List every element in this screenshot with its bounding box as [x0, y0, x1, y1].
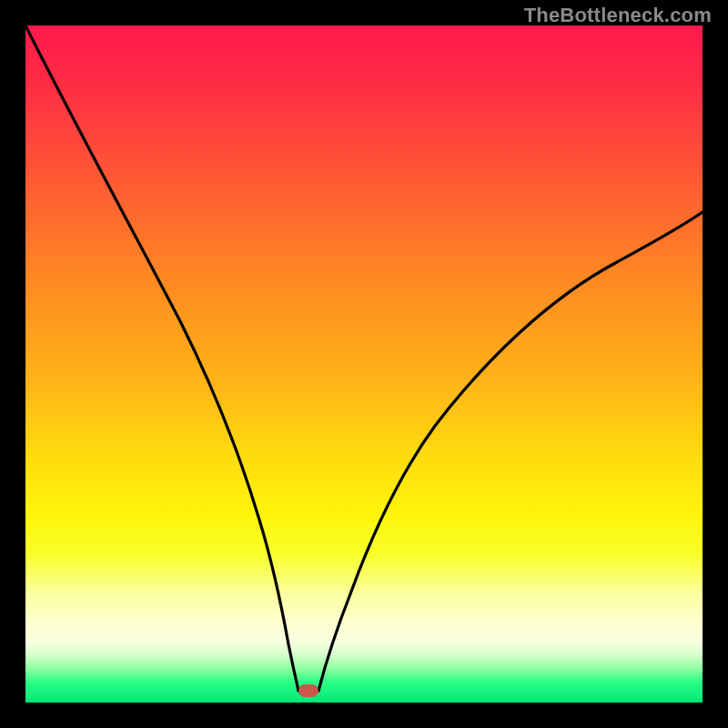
bottleneck-curve-right: [318, 212, 703, 691]
watermark-text: TheBottleneck.com: [524, 4, 712, 27]
bottleneck-curve-left: [25, 25, 298, 691]
valley-marker: [298, 684, 318, 697]
chart-frame: TheBottleneck.com: [0, 0, 728, 728]
curve-svg: [25, 25, 703, 703]
plot-area: [25, 25, 703, 703]
